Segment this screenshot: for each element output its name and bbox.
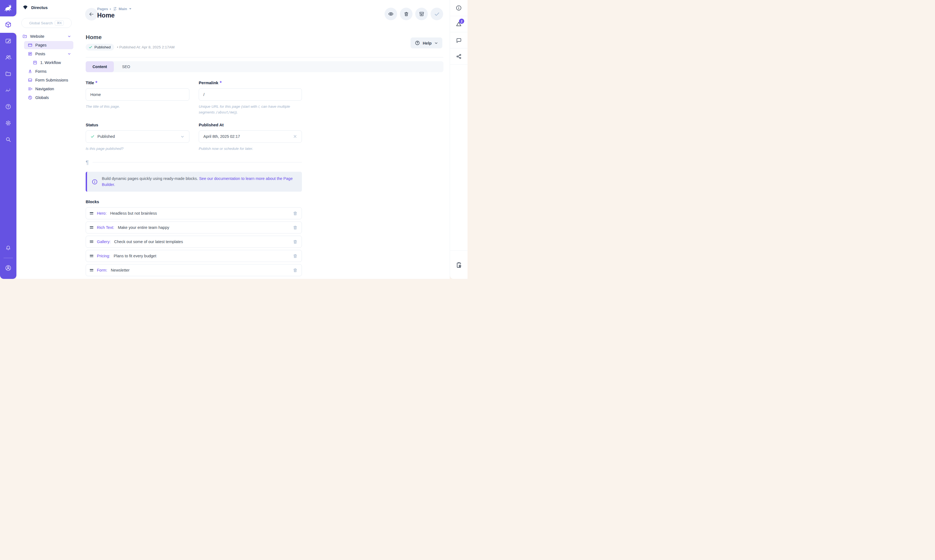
preview-button[interactable] xyxy=(384,8,397,20)
title-input-value: Home xyxy=(90,92,101,97)
module-help[interactable] xyxy=(0,98,16,115)
module-search[interactable] xyxy=(0,131,16,148)
arrow-left-icon xyxy=(88,11,94,17)
sidebar-item-globals[interactable]: Globals xyxy=(16,94,76,102)
published-at-input[interactable]: April 8th, 2025 02:17 xyxy=(199,131,302,143)
sidebar-item-navigation[interactable]: Navigation xyxy=(16,85,76,93)
directus-logo-button[interactable] xyxy=(0,0,16,16)
block-type[interactable]: Rich Text: xyxy=(97,225,114,230)
back-button[interactable] xyxy=(85,8,98,20)
block-row-hero[interactable]: Hero: Headless but not brainless xyxy=(86,207,302,219)
share-panel-button[interactable] xyxy=(450,48,468,65)
delete-button[interactable] xyxy=(400,8,412,20)
sidebar-item-form-submissions[interactable]: Form Submissions xyxy=(16,76,76,84)
block-type[interactable]: Pricing: xyxy=(97,254,110,258)
module-editor[interactable] xyxy=(0,33,16,49)
sidebar-item-label: Website xyxy=(30,34,44,38)
block-row-gallery[interactable]: Gallery: Check out some of our latest te… xyxy=(86,236,302,248)
module-bar xyxy=(0,0,16,279)
chevron-down-icon[interactable] xyxy=(67,52,71,56)
field-status: Status Published Is this page published? xyxy=(86,123,190,152)
check-icon xyxy=(88,45,93,49)
module-content-active[interactable] xyxy=(0,16,16,33)
tab-content[interactable]: Content xyxy=(86,61,114,72)
drag-handle-icon[interactable] xyxy=(90,241,93,243)
status-badge: Published xyxy=(86,44,114,51)
drag-handle-icon[interactable] xyxy=(90,212,93,214)
globe-icon xyxy=(28,95,32,100)
bell-icon xyxy=(5,245,11,251)
nav-sidebar: Directus Global Search ⌘K Website xyxy=(16,0,76,279)
title-input[interactable]: Home xyxy=(86,88,190,101)
sidebar-item-label: Posts xyxy=(35,52,45,56)
status-select[interactable]: Published xyxy=(86,131,190,143)
sidebar-item-forms[interactable]: Forms xyxy=(16,67,76,75)
block-type[interactable]: Gallery: xyxy=(97,240,111,244)
module-bar-body xyxy=(0,33,16,279)
sidebar-item-website[interactable]: Website xyxy=(16,32,76,40)
notifications-button[interactable] xyxy=(0,240,16,256)
module-insights[interactable] xyxy=(0,82,16,98)
trash-icon[interactable] xyxy=(293,239,298,245)
module-users[interactable] xyxy=(0,49,16,66)
block-row-rich-text[interactable]: Rich Text: Make your entire team happy xyxy=(86,222,302,234)
chevron-down-icon[interactable] xyxy=(67,34,71,38)
permalink-note-code: /about/me xyxy=(216,110,234,114)
breadcrumb-collection[interactable]: Pages xyxy=(97,7,108,11)
trash-icon[interactable] xyxy=(293,211,298,216)
chevron-down-icon[interactable] xyxy=(180,134,185,139)
section-divider xyxy=(86,57,443,57)
version-caret-icon xyxy=(129,8,131,9)
module-files[interactable] xyxy=(0,66,16,82)
block-row-pricing[interactable]: Pricing: Plans to fit every budget xyxy=(86,250,302,262)
trash-icon[interactable] xyxy=(293,225,298,230)
divider-line xyxy=(93,162,302,163)
sidebar-item-pages[interactable]: Pages xyxy=(24,41,73,49)
user-menu-button[interactable] xyxy=(0,260,16,276)
trash-icon[interactable] xyxy=(293,254,298,258)
info-banner-text: Build dynamic pages quickly using ready-… xyxy=(102,176,296,188)
save-button[interactable] xyxy=(430,8,443,20)
info-panel-button[interactable] xyxy=(450,0,468,16)
sidebar-item-label: 1. Workflow xyxy=(40,60,61,65)
project-logo-icon xyxy=(22,5,28,11)
header-title-block: Pages • Main Home xyxy=(97,6,131,19)
published-at-value: April 8th, 2025 02:17 xyxy=(204,134,240,138)
published-at-meta: • Published At: Apr 8, 2025 2:17AM xyxy=(117,45,174,49)
block-type[interactable]: Hero: xyxy=(97,211,106,215)
block-row-form[interactable]: Form: Newsletter xyxy=(86,264,302,276)
kanban-board-icon xyxy=(32,60,37,65)
activity-clipboard-icon xyxy=(455,262,462,268)
tab-content-label: Content xyxy=(93,65,107,69)
activity-panel-button[interactable] xyxy=(450,251,468,279)
info-icon xyxy=(455,5,462,11)
breadcrumb-version[interactable]: Main xyxy=(119,7,127,11)
field-permalink: Permalink★ / Unique URL for this page (s… xyxy=(199,80,302,115)
sidebar-item-posts[interactable]: Posts xyxy=(16,50,76,58)
breadcrumb[interactable]: Pages • Main xyxy=(97,6,131,11)
project-header[interactable]: Directus xyxy=(16,0,76,15)
trash-icon[interactable] xyxy=(293,268,298,273)
user-avatar-icon xyxy=(5,265,12,272)
field-title: Title★ Home The title of this page. xyxy=(86,80,190,115)
revisions-panel-button[interactable]: 2 xyxy=(450,16,468,32)
page-title: Home xyxy=(86,34,443,40)
clear-x-icon[interactable] xyxy=(293,134,297,138)
help-circle-icon xyxy=(5,103,11,110)
global-search-input[interactable]: Global Search ⌘K xyxy=(22,18,72,28)
module-settings[interactable] xyxy=(0,115,16,131)
permalink-input[interactable]: / xyxy=(199,88,302,101)
comments-icon xyxy=(456,37,462,43)
drag-handle-icon[interactable] xyxy=(90,255,93,257)
revisions-count-badge: 2 xyxy=(459,18,464,24)
sidebar-item-workflow[interactable]: 1. Workflow xyxy=(16,58,76,67)
tab-seo[interactable]: SEO xyxy=(114,65,139,69)
drag-handle-icon[interactable] xyxy=(90,269,93,271)
drag-handle-icon[interactable] xyxy=(90,226,93,229)
sidebar-item-label: Form Submissions xyxy=(35,78,68,82)
block-text: Plans to fit every budget xyxy=(114,254,156,258)
block-type[interactable]: Form: xyxy=(97,268,107,272)
archive-button[interactable] xyxy=(415,8,428,20)
comments-panel-button[interactable] xyxy=(450,32,468,48)
eye-icon xyxy=(388,11,394,17)
